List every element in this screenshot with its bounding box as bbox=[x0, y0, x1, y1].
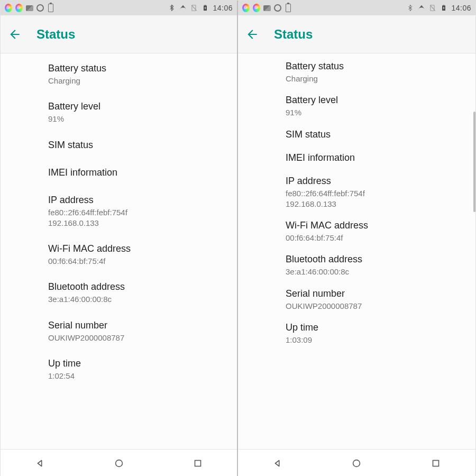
item-title: Up time bbox=[286, 322, 463, 333]
item-value: 3e:a1:46:00:00:8c bbox=[48, 294, 224, 305]
battery-outline-icon bbox=[47, 4, 54, 12]
list-left[interactable]: Battery statusChargingBattery level91%SI… bbox=[1, 53, 237, 449]
svg-point-10 bbox=[353, 460, 360, 466]
item-title: Serial number bbox=[286, 288, 463, 299]
nav-home-button[interactable] bbox=[100, 453, 138, 474]
battery-charging-icon bbox=[202, 4, 209, 12]
nav-home-button[interactable] bbox=[338, 453, 375, 474]
no-sim-icon bbox=[190, 4, 198, 12]
no-sim-icon bbox=[429, 4, 436, 12]
wifi-icon bbox=[179, 4, 187, 12]
item-title: Bluetooth address bbox=[48, 281, 224, 292]
battery-outline-icon bbox=[285, 4, 292, 12]
item-value: 1:03:09 bbox=[286, 335, 463, 345]
picture-icon bbox=[26, 4, 33, 12]
nav-bar bbox=[238, 449, 475, 476]
item-title: Battery status bbox=[286, 61, 463, 72]
back-button[interactable] bbox=[245, 27, 260, 42]
list-item[interactable]: Wi-Fi MAC address00:f6:64:bf:75:4f bbox=[238, 215, 475, 249]
list-item[interactable]: Battery statusCharging bbox=[1, 56, 237, 94]
list-item[interactable]: IMEI information bbox=[238, 147, 475, 170]
phone-left: 14:06 Status Battery statusChargingBatte… bbox=[1, 1, 238, 476]
item-title: Up time bbox=[48, 358, 224, 369]
svg-rect-3 bbox=[205, 5, 206, 6]
item-value: 00:f6:64:bf:75:4f bbox=[286, 233, 463, 243]
app-orb-icon bbox=[5, 4, 12, 12]
item-title: IMEI information bbox=[48, 167, 224, 178]
item-title: Battery level bbox=[48, 101, 224, 112]
item-title: IP address bbox=[286, 176, 463, 187]
page-title: Status bbox=[274, 27, 313, 42]
app-header: Status bbox=[238, 15, 475, 53]
item-title: Wi-Fi MAC address bbox=[286, 220, 463, 231]
status-bar: 14:06 bbox=[238, 1, 475, 15]
list-right[interactable]: Battery statusChargingBattery level91%SI… bbox=[238, 53, 475, 449]
circle-icon bbox=[274, 4, 281, 12]
list-item[interactable]: SIM status bbox=[1, 132, 237, 160]
bluetooth-icon bbox=[168, 4, 176, 12]
app-orb-icon bbox=[15, 4, 23, 12]
item-value: OUKIWP2000008787 bbox=[286, 301, 463, 312]
item-value: fe80::2f6:64ff:febf:754f 192.168.0.133 bbox=[48, 207, 224, 229]
status-bar: 14:06 bbox=[1, 1, 237, 15]
item-value: 3e:a1:46:00:00:8c bbox=[286, 267, 463, 277]
item-title: SIM status bbox=[286, 129, 463, 140]
list-item[interactable]: Up time1:03:09 bbox=[238, 317, 475, 351]
nav-recent-button[interactable] bbox=[417, 453, 454, 474]
app-orb-icon bbox=[242, 4, 250, 12]
item-value: 1:02:54 bbox=[48, 371, 224, 381]
app-header: Status bbox=[1, 15, 237, 53]
app-orb-icon bbox=[253, 4, 260, 12]
item-value: Charging bbox=[48, 76, 224, 86]
list-item[interactable]: Serial numberOUKIWP2000008787 bbox=[1, 313, 237, 351]
svg-rect-9 bbox=[443, 5, 445, 6]
nav-bar bbox=[1, 449, 237, 476]
nav-back-button[interactable] bbox=[22, 453, 59, 474]
phone-right: 14:06 Status Battery statusChargingBatte… bbox=[238, 1, 475, 476]
list-item[interactable]: IP addressfe80::2f6:64ff:febf:754f 192.1… bbox=[1, 187, 237, 236]
battery-charging-icon bbox=[440, 4, 447, 12]
bluetooth-icon bbox=[407, 4, 414, 12]
svg-point-4 bbox=[115, 460, 122, 466]
item-title: IMEI information bbox=[286, 152, 463, 163]
item-title: Serial number bbox=[48, 320, 224, 331]
picture-icon bbox=[263, 4, 271, 12]
item-title: Bluetooth address bbox=[286, 254, 463, 265]
list-item[interactable]: Bluetooth address3e:a1:46:00:00:8c bbox=[238, 249, 475, 282]
item-value: 91% bbox=[286, 107, 463, 118]
clock-text: 14:06 bbox=[213, 4, 233, 12]
list-item[interactable]: Battery statusCharging bbox=[238, 56, 475, 89]
list-item[interactable]: Up time1:02:54 bbox=[1, 351, 237, 389]
clock-text: 14:06 bbox=[451, 4, 471, 12]
item-title: Battery level bbox=[286, 95, 463, 106]
page-title: Status bbox=[36, 27, 75, 42]
list-item[interactable]: IP addressfe80::2f6:64ff:febf:754f 192.1… bbox=[238, 170, 475, 215]
svg-rect-11 bbox=[433, 460, 439, 466]
item-title: Wi-Fi MAC address bbox=[48, 243, 224, 254]
item-value: Charging bbox=[286, 74, 463, 84]
nav-back-button[interactable] bbox=[259, 453, 296, 474]
list-item[interactable]: Battery level91% bbox=[1, 94, 237, 132]
list-item[interactable]: SIM status bbox=[238, 124, 475, 147]
screenshot-pair: 14:06 Status Battery statusChargingBatte… bbox=[0, 0, 476, 476]
nav-recent-button[interactable] bbox=[179, 453, 216, 474]
item-value: 91% bbox=[48, 114, 224, 124]
list-item[interactable]: Battery level91% bbox=[238, 89, 475, 123]
list-item[interactable]: Bluetooth address3e:a1:46:00:00:8c bbox=[1, 274, 237, 312]
list-item[interactable]: Serial numberOUKIWP2000008787 bbox=[238, 283, 475, 317]
item-title: Battery status bbox=[48, 63, 224, 74]
list-item[interactable]: IMEI information bbox=[1, 160, 237, 187]
item-value: fe80::2f6:64ff:febf:754f 192.168.0.133 bbox=[286, 188, 463, 210]
item-value: OUKIWP2000008787 bbox=[48, 333, 224, 343]
circle-icon bbox=[36, 4, 44, 12]
svg-rect-5 bbox=[195, 460, 200, 466]
scrollbar-thumb[interactable] bbox=[473, 112, 475, 212]
list-item[interactable]: Wi-Fi MAC address00:f6:64:bf:75:4f bbox=[1, 236, 237, 274]
item-value: 00:f6:64:bf:75:4f bbox=[48, 256, 224, 267]
item-title: SIM status bbox=[48, 140, 224, 151]
back-button[interactable] bbox=[8, 27, 23, 42]
item-title: IP address bbox=[48, 195, 224, 206]
wifi-icon bbox=[418, 4, 425, 12]
